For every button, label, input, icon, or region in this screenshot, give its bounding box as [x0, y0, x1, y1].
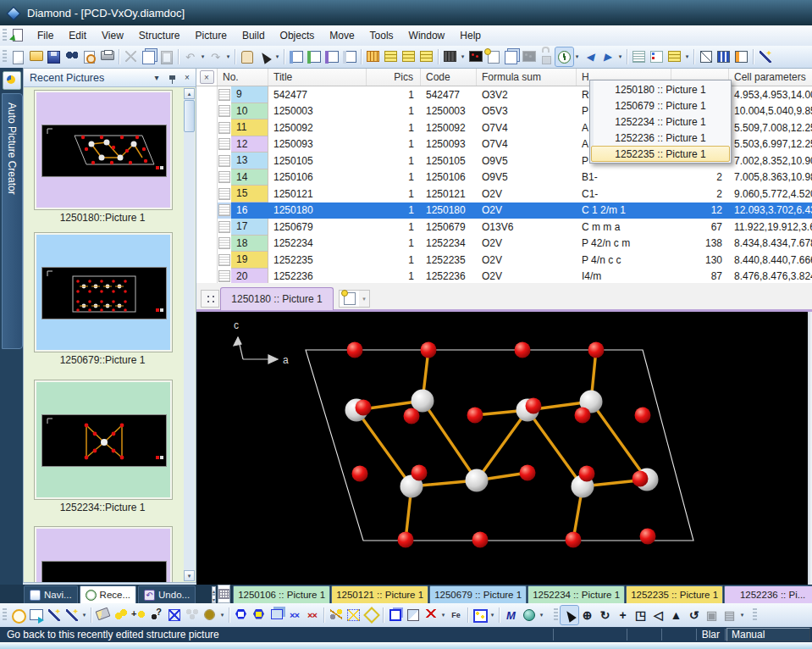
recent-pictures-history-icon[interactable] [555, 47, 573, 66]
datasheet-dropdown-caret[interactable]: ▾ [459, 47, 467, 66]
dropdown-item[interactable]: 1252236 :: Picture 1 [591, 130, 730, 146]
recent-panel-icon[interactable] [305, 47, 323, 66]
menu-build[interactable]: Build [235, 27, 273, 44]
tab-scroll-spinner[interactable]: ▴▾ [212, 586, 216, 603]
row-grid-icon[interactable] [218, 155, 230, 167]
previous-picture-icon[interactable]: ◀ [581, 47, 599, 66]
create-bond-icon[interactable] [327, 606, 345, 624]
select-mode-icon[interactable] [561, 606, 578, 624]
rhomb-shape-icon[interactable] [362, 606, 380, 624]
thumbnail-scrollbar[interactable]: ▴ ▾ [184, 88, 195, 581]
col-header-formula-sum[interactable]: Formula sum [477, 69, 577, 86]
undo-panel-icon[interactable] [323, 47, 340, 66]
lock-picture-icon[interactable] [538, 47, 555, 66]
unknown-atom-icon[interactable] [147, 606, 165, 624]
table-row[interactable]: 15125012111250121O2VC1-29.060,5.772,4.52… [196, 186, 812, 202]
open-file-icon[interactable] [27, 47, 45, 66]
thumbnail-partial[interactable] [34, 526, 173, 582]
connectivity-red-icon[interactable]: ×× [303, 606, 321, 624]
structure-canvas[interactable]: c a [196, 312, 812, 585]
picture-tab-1252235[interactable]: 1252235 :: Picture 1 [626, 585, 723, 603]
row-grid-icon[interactable] [218, 188, 230, 200]
menu-file[interactable]: File [30, 27, 61, 44]
dropdown-item[interactable]: 1252234 :: Picture 1 [591, 114, 730, 130]
next-picture-icon[interactable]: ▶ [599, 47, 616, 66]
row-grid-icon[interactable] [218, 89, 230, 101]
zoom-mode-icon[interactable]: ◳ [632, 606, 649, 624]
filled-coordination-icon[interactable] [201, 606, 218, 624]
new-picture-tab-icon[interactable] [339, 290, 361, 308]
row-grid-icon[interactable] [218, 105, 230, 117]
menu-help[interactable]: Help [452, 27, 489, 44]
table-row-selected[interactable]: 16125018011250180O2VC 1 2/m 11212.093,3.… [196, 202, 812, 219]
add-all-atoms-icon[interactable] [112, 606, 130, 624]
scroll-up-icon[interactable]: ▴ [184, 88, 195, 99]
find-icon[interactable] [63, 47, 80, 66]
print-preview-icon[interactable] [80, 47, 98, 66]
cell-edges-blue-icon[interactable] [232, 606, 250, 624]
picture-creation-wizard-icon[interactable] [63, 606, 80, 624]
delete-plane-caret[interactable]: ▾ [439, 606, 447, 624]
auto-picture-update-icon[interactable] [9, 606, 27, 624]
redo-icon[interactable]: ↷ [207, 47, 224, 66]
redo-dropdown-caret[interactable]: ▾ [224, 47, 232, 66]
table-row[interactable]: 14125010611250106O9V5B1-27.005,8.363,10.… [196, 169, 812, 186]
picture-tab-1250679[interactable]: 1250679 :: Picture 1 [429, 585, 527, 603]
col-header-title[interactable]: Title [268, 69, 367, 86]
tab-navigation[interactable]: Navi... [24, 585, 78, 603]
thumbnail-1250679[interactable] [34, 232, 173, 352]
distances-chart-icon[interactable] [697, 47, 715, 66]
pan-hand-icon[interactable] [238, 47, 256, 66]
row-grid-icon[interactable] [218, 221, 230, 233]
close-table-icon[interactable]: × [200, 70, 214, 84]
table-row[interactable]: 17125067911250679O13V6C m m a6711.922,19… [196, 219, 812, 236]
blank-panel-icon[interactable] [340, 47, 358, 66]
structure-wizard-icon[interactable] [45, 606, 63, 624]
tilt-mode-icon[interactable]: ◁ [649, 606, 667, 624]
fe-atom-icon[interactable]: Fe [447, 606, 465, 624]
duplicate-cell-icon[interactable] [268, 606, 285, 624]
panel-close-icon[interactable]: × [180, 71, 194, 85]
tab-overview-grid-icon[interactable] [218, 585, 230, 603]
filled-coordination-caret[interactable]: ▾ [218, 606, 226, 624]
mode-dropdown-caret[interactable]: ▾ [738, 606, 746, 624]
table-row[interactable]: 18125223411252234O2VP 42/n c m1388.434,8… [196, 236, 812, 252]
copy-picture-icon[interactable] [502, 47, 520, 66]
toolbar-grip[interactable] [554, 608, 558, 622]
menu-edit[interactable]: Edit [61, 27, 94, 44]
fill-cell-caret[interactable]: ▾ [489, 606, 496, 624]
menu-structure[interactable]: Structure [131, 27, 188, 44]
col-header-no[interactable]: No. [218, 69, 268, 86]
row-grid-icon[interactable] [218, 122, 230, 134]
row-grid-icon[interactable] [218, 237, 230, 249]
delete-plane-icon[interactable] [422, 606, 439, 624]
row-grid-icon[interactable] [218, 138, 230, 150]
undo-icon[interactable]: ↶ [181, 47, 199, 66]
dropdown-item[interactable]: 1250180 :: Picture 1 [591, 81, 730, 97]
thumbnail-1250180[interactable] [34, 90, 173, 210]
tab-undo[interactable]: ↶Undo... [138, 585, 196, 603]
col-header-code[interactable]: Code [421, 69, 477, 86]
copy-icon[interactable] [140, 47, 157, 66]
row-grid-icon[interactable] [218, 171, 230, 183]
row-grid-icon[interactable] [218, 254, 230, 266]
menu-picture[interactable]: Picture [188, 27, 235, 44]
export-table-icon[interactable] [417, 47, 435, 66]
fill-cell-range-icon[interactable] [471, 606, 489, 624]
coordination-polyhedra-icon[interactable] [165, 606, 183, 624]
grid-view-icon[interactable] [666, 47, 683, 66]
data-table-icon[interactable] [364, 47, 382, 66]
connectivity-blue-icon[interactable]: ×× [285, 606, 303, 624]
tab-recent[interactable]: Rece... [80, 585, 136, 603]
toolbar-grip[interactable] [3, 608, 7, 622]
select-dropdown-caret[interactable]: ▾ [273, 47, 281, 66]
animation-pause-icon[interactable]: ▣ [703, 606, 721, 624]
table-row[interactable]: 19125223511252235O2VP 4/n c c1308.440,8.… [196, 252, 812, 269]
menu-move[interactable]: Move [322, 27, 362, 44]
structure-picture-icon[interactable] [467, 47, 484, 66]
recent-pictures-dropdown-caret[interactable]: ▾ [573, 47, 581, 66]
tab-list-dots-icon[interactable] [201, 290, 219, 308]
properties-view-icon[interactable] [648, 47, 666, 66]
auto-picture-creator-icon[interactable] [3, 71, 21, 90]
paste-icon[interactable] [157, 47, 175, 66]
